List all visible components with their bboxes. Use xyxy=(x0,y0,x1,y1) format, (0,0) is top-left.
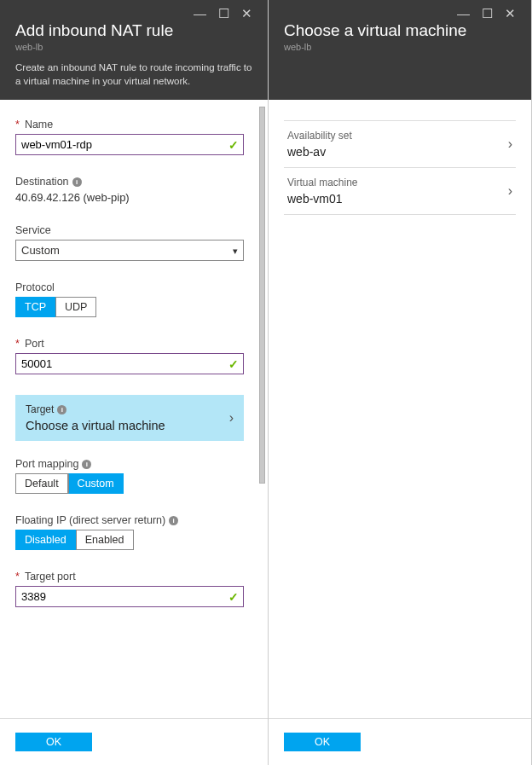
label-virtual-machine: Virtual machine xyxy=(287,177,358,188)
maximize-icon[interactable]: ☐ xyxy=(482,7,493,20)
right-footer: OK xyxy=(269,718,531,765)
left-scroll: *Name ✓ Destinationi 40.69.42.126 (web-p… xyxy=(0,100,268,718)
close-icon[interactable]: ✕ xyxy=(241,7,252,20)
right-window-controls: — ☐ ✕ xyxy=(284,7,516,20)
service-select-value: Custom xyxy=(21,244,60,257)
left-header: — ☐ ✕ Add inbound NAT rule web-lb Create… xyxy=(0,0,268,100)
maximize-icon[interactable]: ☐ xyxy=(218,7,229,20)
floating-ip-toggle: Disabled Enabled xyxy=(15,530,244,550)
right-content: Availability set web-av › Virtual machin… xyxy=(269,100,531,718)
chevron-right-icon: › xyxy=(508,183,512,199)
field-service: Service Custom ▾ xyxy=(15,224,244,261)
value-virtual-machine: web-vm01 xyxy=(287,192,358,206)
minimize-icon[interactable]: — xyxy=(457,7,470,20)
label-target: Targeti xyxy=(26,403,165,415)
valid-check-icon: ✓ xyxy=(228,590,239,604)
label-target-port: *Target port xyxy=(15,571,244,582)
name-input[interactable] xyxy=(15,134,244,155)
row-virtual-machine[interactable]: Virtual machine web-vm01 › xyxy=(284,168,516,215)
label-destination: Destinationi xyxy=(15,176,244,188)
label-floating-ip: Floating IP (direct server return)i xyxy=(15,514,244,526)
left-subtitle: web-lb xyxy=(15,42,252,52)
protocol-option-udp[interactable]: UDP xyxy=(55,297,96,317)
left-title: Add inbound NAT rule xyxy=(15,21,252,40)
port-mapping-default[interactable]: Default xyxy=(15,473,68,494)
valid-check-icon: ✓ xyxy=(228,357,239,371)
label-port-mapping: Port mappingi xyxy=(15,458,244,470)
target-port-input[interactable] xyxy=(15,586,244,607)
destination-value: 40.69.42.126 (web-pip) xyxy=(15,191,244,204)
close-icon[interactable]: ✕ xyxy=(505,7,516,20)
chevron-right-icon: › xyxy=(229,410,234,426)
left-window-controls: — ☐ ✕ xyxy=(15,7,252,20)
label-protocol: Protocol xyxy=(15,281,244,293)
info-icon[interactable]: i xyxy=(57,405,66,414)
field-target: Targeti Choose a virtual machine › xyxy=(15,395,244,441)
row-availability-set[interactable]: Availability set web-av › xyxy=(284,120,516,168)
target-selector[interactable]: Targeti Choose a virtual machine › xyxy=(15,395,244,441)
right-header: — ☐ ✕ Choose a virtual machine web-lb Cr… xyxy=(269,0,531,100)
info-icon[interactable]: i xyxy=(169,516,178,525)
ok-button[interactable]: OK xyxy=(284,733,361,751)
info-icon[interactable]: i xyxy=(72,177,82,187)
valid-check-icon: ✓ xyxy=(228,138,239,152)
ok-button[interactable]: OK xyxy=(15,733,92,751)
floating-ip-enabled[interactable]: Enabled xyxy=(76,530,134,550)
chevron-right-icon: › xyxy=(508,136,512,152)
value-availability-set: web-av xyxy=(287,145,352,159)
floating-ip-disabled[interactable]: Disabled xyxy=(15,530,76,550)
left-description: Create an inbound NAT rule to route inco… xyxy=(15,61,252,88)
protocol-option-tcp[interactable]: TCP xyxy=(15,297,55,317)
service-select[interactable]: Custom ▾ xyxy=(15,240,244,261)
left-footer: OK xyxy=(0,718,268,765)
protocol-toggle: TCP UDP xyxy=(15,297,244,317)
right-title: Choose a virtual machine xyxy=(284,21,516,40)
port-input[interactable] xyxy=(15,353,244,374)
field-port-mapping: Port mappingi Default Custom xyxy=(15,458,244,494)
field-floating-ip: Floating IP (direct server return)i Disa… xyxy=(15,514,244,550)
label-name: *Name xyxy=(15,119,244,130)
right-content-inner: Availability set web-av › Virtual machin… xyxy=(269,100,531,235)
label-port: *Port xyxy=(15,338,244,350)
scrollbar-thumb[interactable] xyxy=(259,107,265,484)
target-value: Choose a virtual machine xyxy=(26,419,165,432)
left-content: *Name ✓ Destinationi 40.69.42.126 (web-p… xyxy=(0,100,268,718)
label-service: Service xyxy=(15,224,244,236)
blade-add-inbound-nat-rule: — ☐ ✕ Add inbound NAT rule web-lb Create… xyxy=(0,0,269,765)
field-name: *Name ✓ xyxy=(15,119,244,155)
field-protocol: Protocol TCP UDP xyxy=(15,281,244,317)
field-target-port: *Target port ✓ xyxy=(15,571,244,607)
label-availability-set: Availability set xyxy=(287,130,352,142)
chevron-down-icon: ▾ xyxy=(233,245,238,256)
minimize-icon[interactable]: — xyxy=(194,7,206,20)
info-icon[interactable]: i xyxy=(82,460,91,469)
field-port: *Port ✓ xyxy=(15,338,244,374)
right-subtitle: web-lb xyxy=(284,42,516,52)
blade-choose-virtual-machine: — ☐ ✕ Choose a virtual machine web-lb Cr… xyxy=(269,0,532,765)
field-destination: Destinationi 40.69.42.126 (web-pip) xyxy=(15,176,244,204)
port-mapping-toggle: Default Custom xyxy=(15,473,244,494)
port-mapping-custom[interactable]: Custom xyxy=(68,473,124,494)
scrollbar[interactable] xyxy=(259,105,268,713)
